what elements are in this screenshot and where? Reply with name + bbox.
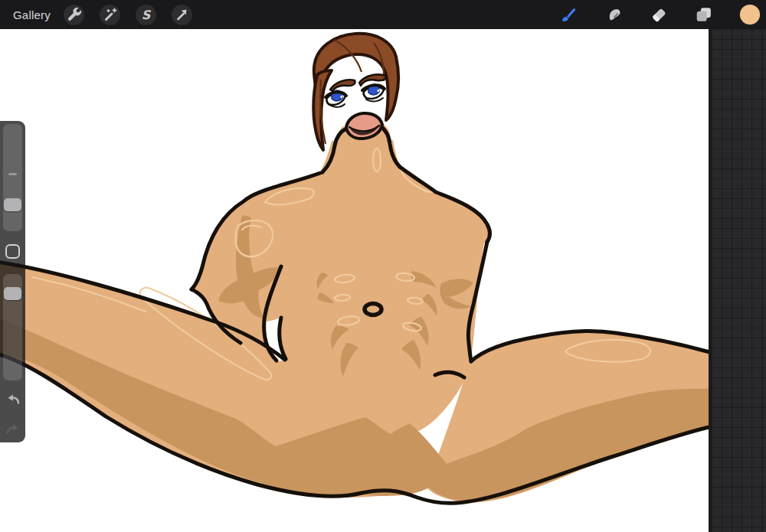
canvas-outside-grid (709, 29, 766, 532)
transform-arrow-icon (172, 5, 192, 25)
undo-button[interactable] (4, 390, 21, 408)
drawing-canvas[interactable] (0, 29, 709, 532)
brush-size-handle[interactable] (4, 198, 21, 211)
brush-opacity-handle[interactable] (4, 287, 21, 300)
color-swatch-button[interactable] (739, 4, 761, 25)
mouth (346, 113, 382, 139)
adjustments-button[interactable] (100, 5, 120, 25)
layers-button[interactable] (692, 4, 714, 25)
paint-brush-button[interactable] (558, 4, 580, 25)
eraser-icon (648, 4, 669, 25)
top-toolbar: Gallery S (0, 0, 766, 29)
erase-button[interactable] (648, 4, 669, 25)
magic-wand-icon (100, 5, 120, 25)
workspace (0, 29, 766, 532)
redo-icon (5, 421, 21, 438)
modify-button[interactable] (5, 244, 20, 259)
layers-icon (692, 4, 714, 25)
brush-size-tick (8, 173, 17, 175)
paint-tools-group (558, 0, 766, 29)
brush-size-slider[interactable] (3, 124, 22, 231)
brush-sidebar (0, 121, 25, 442)
smudge-icon (604, 4, 626, 25)
transform-button[interactable] (172, 5, 192, 25)
selection-button[interactable]: S (136, 5, 156, 25)
undo-icon (5, 391, 21, 408)
svg-text:S: S (142, 8, 152, 22)
wrench-icon (64, 5, 84, 25)
color-swatch (739, 2, 761, 27)
paintbrush-icon (558, 4, 580, 25)
redo-button[interactable] (4, 420, 21, 438)
gallery-button[interactable]: Gallery (13, 8, 51, 21)
smudge-button[interactable] (604, 4, 626, 25)
actions-button[interactable] (64, 5, 84, 25)
artwork-drawing (0, 29, 709, 532)
selection-s-icon: S (136, 5, 156, 25)
